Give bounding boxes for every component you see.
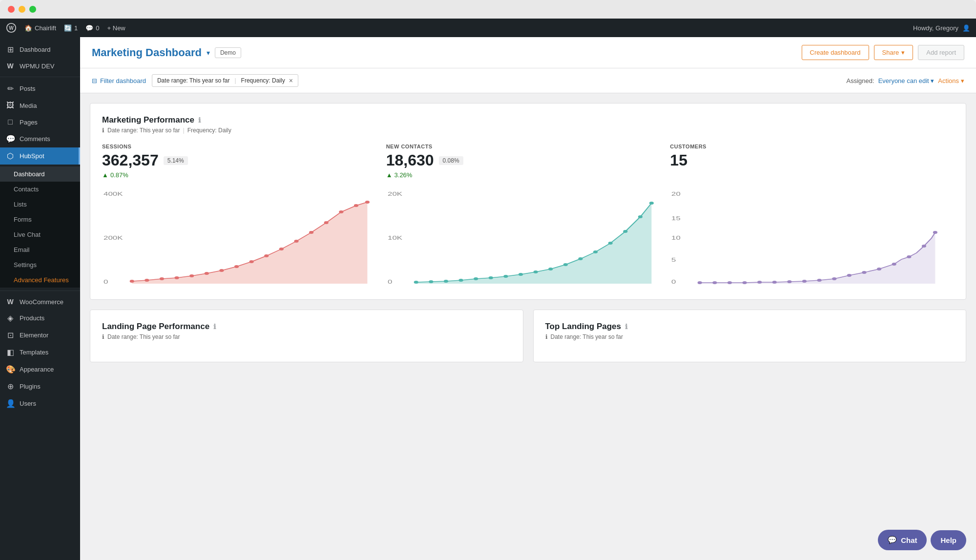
- sessions-stat: SESSIONS 362,357 5.14% ▲ 0.87%: [102, 144, 386, 179]
- svg-point-37: [548, 268, 553, 270]
- plugins-icon: ⊕: [6, 382, 15, 391]
- submenu-label-settings: Settings: [14, 261, 37, 269]
- filter-dashboard-button[interactable]: ⊟ Filter dashboard: [92, 77, 146, 84]
- submenu-item-email[interactable]: Email: [0, 242, 80, 257]
- submenu-item-dashboard[interactable]: Dashboard: [0, 166, 80, 182]
- svg-point-68: [922, 245, 926, 248]
- svg-point-61: [817, 279, 822, 282]
- page-title: Marketing Dashboard: [92, 46, 202, 59]
- share-label: Share: [882, 49, 899, 56]
- admin-bar-right: Howdy, Gregory 👤: [913, 24, 970, 32]
- date-range-text: Date range: This year so far: [157, 77, 230, 84]
- sidebar-item-appearance[interactable]: 🎨 Appearance: [0, 361, 80, 378]
- sidebar-item-comments[interactable]: 💬 Comments: [0, 130, 80, 147]
- chat-icon: 💬: [888, 536, 897, 544]
- new-contacts-badge: 0.08%: [439, 156, 463, 165]
- svg-point-67: [907, 255, 912, 258]
- svg-text:20K: 20K: [388, 191, 403, 197]
- wpmu-dev-icon: W: [6, 62, 15, 70]
- sidebar-item-templates[interactable]: ◧ Templates: [0, 344, 80, 361]
- everyone-edit-text: Everyone can edit: [878, 77, 929, 84]
- help-button[interactable]: Help: [931, 530, 966, 550]
- submenu-item-settings[interactable]: Settings: [0, 257, 80, 272]
- add-report-button[interactable]: Add report: [918, 45, 964, 60]
- card-meta: ℹ Date range: This year so far | Frequen…: [102, 127, 954, 134]
- comments-button[interactable]: 💬 0: [85, 24, 99, 32]
- svg-point-56: [743, 281, 747, 284]
- top-landing-info-icon[interactable]: ℹ: [625, 323, 627, 331]
- sidebar-item-users[interactable]: 👤 Users: [0, 395, 80, 412]
- chat-widget: 💬 Chat Help: [878, 530, 966, 550]
- updates-button[interactable]: 🔄 1: [64, 24, 78, 32]
- site-name-button[interactable]: 🏠 Chairlift: [24, 24, 56, 32]
- filter-close-button[interactable]: ×: [289, 77, 293, 84]
- hubspot-icon: ⬡: [6, 151, 15, 161]
- svg-point-38: [563, 263, 567, 266]
- maximize-window-button[interactable]: [29, 6, 36, 13]
- mac-titlebar: [0, 0, 976, 19]
- top-landing-date-range: Date range: This year so far: [551, 333, 623, 340]
- svg-point-5: [130, 280, 134, 283]
- title-dropdown-icon[interactable]: ▾: [207, 49, 210, 57]
- svg-text:5: 5: [671, 257, 676, 263]
- header-actions: Create dashboard Share ▾ Add report: [802, 45, 964, 60]
- sidebar-item-dashboard[interactable]: ⊞ Dashboard: [0, 41, 80, 58]
- svg-point-39: [578, 257, 582, 260]
- sidebar-item-plugins[interactable]: ⊕ Plugins: [0, 378, 80, 395]
- submenu-label-dashboard: Dashboard: [14, 170, 45, 178]
- site-name: Chairlift: [35, 24, 56, 32]
- svg-point-35: [519, 273, 523, 276]
- sidebar-item-wpmu-dev[interactable]: W WPMU DEV: [0, 58, 80, 74]
- actions-label: Actions: [938, 77, 959, 84]
- sidebar-bottom-section: W WooCommerce ◈ Products ⊡ Elementor ◧ T…: [0, 294, 80, 412]
- svg-text:400K: 400K: [104, 191, 123, 197]
- meta-info-icon: ℹ: [102, 127, 104, 134]
- bottom-cards: Landing Page Performance ℹ ℹ Date range:…: [90, 310, 966, 362]
- submenu-item-lists[interactable]: Lists: [0, 197, 80, 212]
- svg-text:15: 15: [671, 215, 681, 221]
- sidebar-main-section: ⊞ Dashboard W WPMU DEV: [0, 41, 80, 74]
- actions-dropdown-button[interactable]: Actions ▾: [938, 77, 964, 84]
- sessions-change-pct: 0.87%: [110, 171, 128, 179]
- new-contacts-change: ▲ 3.26%: [386, 171, 670, 179]
- submenu-label-forms: Forms: [14, 216, 32, 223]
- new-content-button[interactable]: + New: [107, 24, 125, 32]
- sidebar-item-hubspot[interactable]: ⬡ HubSpot: [0, 147, 80, 165]
- minimize-window-button[interactable]: [19, 6, 25, 13]
- submenu-item-contacts[interactable]: Contacts: [0, 182, 80, 197]
- sidebar-label-products: Products: [20, 314, 44, 322]
- close-window-button[interactable]: [8, 6, 15, 13]
- svg-point-16: [294, 240, 298, 243]
- chat-button[interactable]: 💬 Chat: [878, 530, 927, 550]
- sidebar-item-products[interactable]: ◈ Products: [0, 310, 80, 327]
- admin-bar: W 🏠 Chairlift 🔄 1 💬 0 + New Howdy, Grego…: [0, 19, 976, 37]
- landing-page-title-text: Landing Page Performance: [102, 322, 209, 332]
- submenu-item-forms[interactable]: Forms: [0, 212, 80, 227]
- filter-bar: ⊟ Filter dashboard Date range: This year…: [80, 68, 976, 93]
- new-contacts-change-pct: 3.26%: [395, 171, 413, 179]
- dashboard-icon: ⊞: [6, 45, 15, 54]
- landing-page-meta-icon: ℹ: [102, 333, 104, 340]
- create-dashboard-button[interactable]: Create dashboard: [802, 45, 869, 60]
- svg-point-28: [414, 281, 418, 284]
- submenu-label-advanced-features: Advanced Features: [14, 276, 69, 284]
- sidebar-item-elementor[interactable]: ⊡ Elementor: [0, 327, 80, 344]
- sidebar-item-woocommerce[interactable]: W WooCommerce: [0, 294, 80, 310]
- sidebar-item-posts[interactable]: ✏ Posts: [0, 80, 80, 97]
- share-button[interactable]: Share ▾: [874, 45, 914, 60]
- svg-point-8: [174, 276, 179, 279]
- everyone-can-edit-dropdown[interactable]: Everyone can edit ▾: [878, 77, 934, 84]
- landing-page-info-icon[interactable]: ℹ: [213, 323, 216, 331]
- actions-chevron-icon: ▾: [961, 77, 964, 84]
- main-content: Marketing Dashboard ▾ Demo Create dashbo…: [80, 37, 976, 560]
- submenu-label-live-chat: Live Chat: [14, 231, 41, 238]
- submenu-item-advanced-features[interactable]: Advanced Features: [0, 272, 80, 288]
- filter-left: ⊟ Filter dashboard Date range: This year…: [92, 74, 298, 87]
- sidebar-label-dashboard: Dashboard: [20, 46, 51, 53]
- marketing-performance-info-icon[interactable]: ℹ: [198, 116, 201, 124]
- sidebar-item-pages[interactable]: □ Pages: [0, 114, 80, 130]
- submenu-item-live-chat[interactable]: Live Chat: [0, 227, 80, 242]
- sidebar-item-media[interactable]: 🖼 Media: [0, 97, 80, 114]
- sessions-badge: 5.14%: [164, 156, 188, 165]
- wp-logo-button[interactable]: W: [6, 22, 17, 33]
